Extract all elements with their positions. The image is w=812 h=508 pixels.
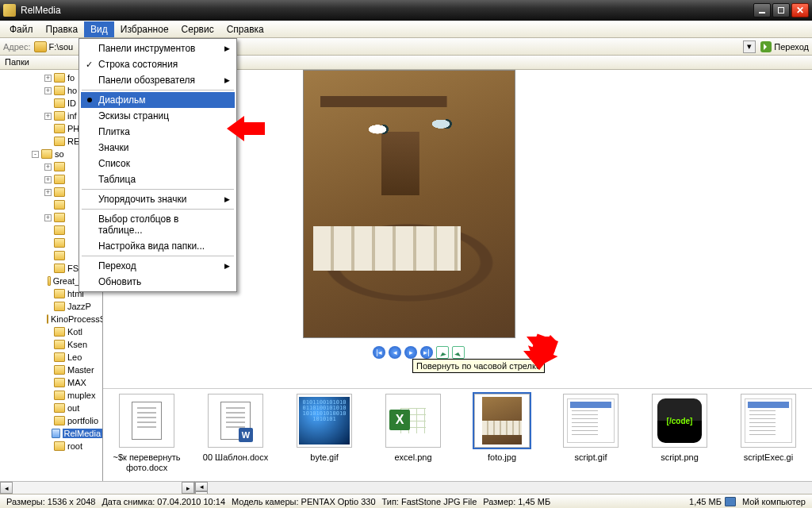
maximize-button[interactable] xyxy=(772,3,790,17)
menu-item[interactable]: Эскизы страниц xyxy=(81,108,235,124)
menu-file[interactable]: Файл xyxy=(3,21,40,37)
expand-icon[interactable]: + xyxy=(44,164,52,171)
folder-icon xyxy=(54,352,65,362)
menu-item[interactable]: Обновить xyxy=(81,274,235,290)
collapse-icon[interactable]: - xyxy=(32,151,39,158)
tree-row[interactable]: Leo xyxy=(0,351,102,364)
menu-item[interactable]: ✓Строка состояния xyxy=(81,56,235,72)
tree-row[interactable]: KinoProcessSpec xyxy=(0,313,102,325)
tree-label: KinoProcessSpec xyxy=(51,314,103,324)
first-button[interactable]: |◂ xyxy=(373,346,385,359)
folder-icon xyxy=(54,213,65,222)
status-camera: Модель камеры: PENTAX Optio 330 xyxy=(228,497,378,506)
thumbnail[interactable]: 00 Шаблон.docx xyxy=(198,394,273,463)
menu-item-label: Переход xyxy=(98,260,136,271)
menu-item[interactable]: Диафильм xyxy=(81,92,235,108)
menu-item[interactable]: Упорядочить значки▶ xyxy=(81,191,235,207)
expand-icon[interactable]: + xyxy=(44,176,52,183)
thumbnail-frame xyxy=(385,394,441,448)
prev-button[interactable]: ◂ xyxy=(389,346,401,359)
thumbnail[interactable]: 0101100101010011010010101010101010100101… xyxy=(287,394,362,463)
expand-icon[interactable]: + xyxy=(44,113,52,120)
tree-row[interactable]: portfolio xyxy=(0,414,102,427)
twisty-none xyxy=(44,240,52,247)
menu-item[interactable]: Панели инструментов▶ xyxy=(81,40,235,56)
menu-item-label: Строка состояния xyxy=(98,59,178,70)
menu-item[interactable]: Панели обозревателя▶ xyxy=(81,72,235,88)
expand-icon[interactable]: + xyxy=(44,214,52,221)
thumbnail[interactable]: excel.png xyxy=(376,394,450,463)
view-dropdown[interactable]: Панели инструментов▶✓Строка состоянияПан… xyxy=(79,38,237,292)
menu-item[interactable]: Настройка вида папки... xyxy=(81,238,235,254)
menu-item[interactable]: Значки xyxy=(81,140,235,156)
thumbnail-label: byte.gif xyxy=(287,452,362,463)
thumbnail[interactable]: ~$к перевернуть фото.docx xyxy=(109,394,184,472)
tree-row[interactable]: muplex xyxy=(0,389,102,402)
content-scroll-left[interactable]: ◂ xyxy=(195,482,208,491)
menu-view[interactable]: Вид xyxy=(84,21,114,37)
thumbnail[interactable]: foto.jpg xyxy=(465,394,539,463)
close-button[interactable]: ✕ xyxy=(791,3,809,17)
folder-icon xyxy=(34,41,47,52)
address-dropdown[interactable]: ▾ xyxy=(743,40,756,53)
minimize-button[interactable] xyxy=(753,3,771,17)
menu-item-label: Эскизы страниц xyxy=(98,110,169,121)
twisty-none xyxy=(44,367,52,374)
twisty-none xyxy=(44,202,52,209)
go-button[interactable]: Переход xyxy=(760,41,809,52)
address-path[interactable]: F:\sou xyxy=(49,42,74,52)
status-size-2: 1,45 МБ xyxy=(686,497,725,506)
folder-icon xyxy=(54,441,65,451)
next-button[interactable]: ▸ xyxy=(404,346,417,359)
twisty-none xyxy=(44,329,52,336)
menu-item[interactable]: Таблица xyxy=(81,171,235,187)
folder-icon xyxy=(54,137,65,146)
address-label: Адрес: xyxy=(3,42,31,52)
status-location: Мой компьютер xyxy=(739,497,809,506)
tree-label: RelMedia xyxy=(63,429,102,438)
expand-icon[interactable]: + xyxy=(44,87,52,94)
tree-scroll-left[interactable]: ◂ xyxy=(0,482,13,494)
tree-row[interactable]: out xyxy=(0,402,102,414)
tree-row[interactable]: Ksen xyxy=(0,338,102,351)
svg-marker-0 xyxy=(227,116,265,141)
twisty-none xyxy=(44,278,45,285)
expand-icon[interactable]: + xyxy=(44,75,52,82)
thumbnail-label: 00 Шаблон.docx xyxy=(198,452,273,463)
thumbnail[interactable]: script.gif xyxy=(553,394,628,463)
tree-row[interactable]: RelMedia xyxy=(0,427,102,440)
menu-favorites[interactable]: Избранное xyxy=(114,21,175,37)
menu-help[interactable]: Справка xyxy=(220,21,270,37)
filmstrip[interactable]: ~$к перевернуть фото.docx00 Шаблон.docx0… xyxy=(103,389,812,481)
tree-row[interactable]: Kotl xyxy=(0,325,102,338)
last-button[interactable]: ▸| xyxy=(420,346,433,359)
thumbnail[interactable]: scriptExec.gi xyxy=(731,394,806,463)
folder-icon xyxy=(54,238,65,248)
menu-item[interactable]: Плитка xyxy=(81,124,235,140)
thumbnail[interactable]: [/code]script.png xyxy=(642,394,717,463)
tree-row[interactable]: Master xyxy=(0,364,102,376)
tree-scroll-right[interactable]: ▸ xyxy=(182,482,194,494)
menu-item-label: Обновить xyxy=(98,276,141,287)
thumbnail-frame xyxy=(119,394,174,448)
submenu-arrow-icon: ▶ xyxy=(224,76,230,84)
menu-service[interactable]: Сервис xyxy=(175,21,220,37)
folder-icon xyxy=(54,251,65,260)
menu-item[interactable]: Список xyxy=(81,156,235,171)
rotate-ccw-button[interactable] xyxy=(436,346,449,359)
menu-item[interactable]: Выбор столбцов в таблице... xyxy=(81,211,235,238)
tree-row[interactable]: JazzP xyxy=(0,300,102,313)
tree-label: FS xyxy=(67,264,79,273)
thumbnail-icon: 0101100101010011010010101010101010100101… xyxy=(299,397,350,444)
thumbnail-icon xyxy=(220,402,251,440)
status-dimensions: Размеры: 1536 x 2048 xyxy=(3,497,98,506)
tree-row[interactable]: MAX xyxy=(0,376,102,389)
tree-row[interactable]: root xyxy=(0,440,102,452)
menu-item-label: Выбор столбцов в таблице... xyxy=(98,214,219,236)
menu-edit[interactable]: Правка xyxy=(40,21,85,37)
expand-icon[interactable]: + xyxy=(44,189,52,196)
rotate-cw-button[interactable] xyxy=(452,346,465,359)
tree-label: fo xyxy=(67,73,75,83)
menu-item[interactable]: Переход▶ xyxy=(81,258,235,274)
tree-scroll-track[interactable] xyxy=(13,482,182,494)
